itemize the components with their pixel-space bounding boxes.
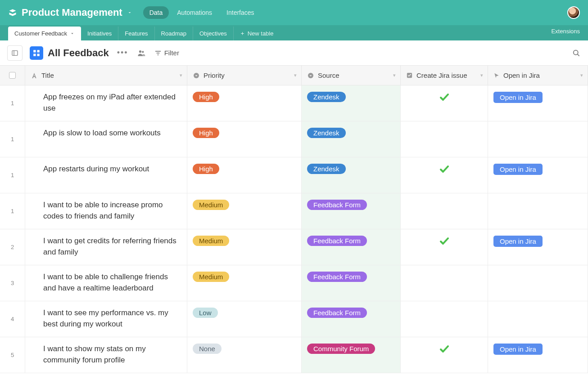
cell-open-in-jira[interactable] xyxy=(488,301,588,337)
cell-title[interactable]: I want to show my stats on my community … xyxy=(25,337,187,373)
avatar[interactable] xyxy=(567,6,580,19)
base-name[interactable]: Product Management xyxy=(22,7,122,18)
table-row[interactable]: 1I want to be able to increase promo cod… xyxy=(0,193,588,229)
search-icon[interactable] xyxy=(572,49,581,58)
cell-priority[interactable]: High xyxy=(187,121,302,157)
priority-pill: Medium xyxy=(193,272,229,282)
cell-open-in-jira[interactable] xyxy=(488,265,588,301)
header-tab-automations[interactable]: Automations xyxy=(171,6,218,19)
table-row[interactable]: 3I want to be able to challenge friends … xyxy=(0,265,588,301)
cell-create-jira[interactable] xyxy=(401,337,488,373)
source-pill: Feedback Form xyxy=(307,308,367,318)
chevron-down-icon[interactable] xyxy=(70,31,75,36)
cell-open-in-jira[interactable] xyxy=(488,193,588,229)
table-tab-customer-feedback[interactable]: Customer Feedback xyxy=(8,27,81,40)
cell-priority[interactable]: Medium xyxy=(187,265,302,301)
cell-source[interactable]: Feedback Form xyxy=(302,301,401,337)
cell-title[interactable]: I want to get credits for referring frie… xyxy=(25,229,187,265)
cell-title[interactable]: I want to be able to increase promo code… xyxy=(25,193,187,229)
cell-open-in-jira[interactable]: Open in Jira xyxy=(488,157,588,193)
table-row[interactable]: 2I want to get credits for referring fri… xyxy=(0,229,588,265)
table-tab-objectives[interactable]: Objectives xyxy=(193,27,234,40)
header-tab-data[interactable]: Data xyxy=(143,6,169,19)
cell-open-in-jira[interactable]: Open in Jira xyxy=(488,229,588,265)
plus-icon xyxy=(240,31,245,36)
view-name[interactable]: All Feedback xyxy=(48,47,109,59)
table-tab-label: Roadmap xyxy=(161,30,186,37)
table-row[interactable]: 5I want to show my stats on my community… xyxy=(0,337,588,373)
header-tab-interfaces[interactable]: Interfaces xyxy=(220,6,260,19)
chevron-down-icon[interactable]: ▾ xyxy=(393,72,396,78)
extensions-link[interactable]: Extensions xyxy=(551,28,588,38)
collaborators-icon[interactable] xyxy=(136,49,146,58)
table-tab-label: Features xyxy=(125,30,148,37)
cell-create-jira[interactable] xyxy=(401,157,488,193)
cell-create-jira[interactable] xyxy=(401,229,488,265)
filter-button[interactable]: Filter xyxy=(154,49,179,57)
new-table-button[interactable]: New table xyxy=(234,27,280,40)
column-header-title[interactable]: Title ▾ xyxy=(25,66,187,85)
cell-priority[interactable]: Low xyxy=(187,301,302,337)
chevron-down-icon[interactable]: ▾ xyxy=(294,72,297,78)
cell-priority[interactable]: None xyxy=(187,337,302,373)
cell-open-in-jira[interactable]: Open in Jira xyxy=(488,337,588,373)
cell-open-in-jira[interactable]: Open in Jira xyxy=(488,85,588,121)
cell-title[interactable]: I want to be able to challenge friends a… xyxy=(25,265,187,301)
chevron-down-icon[interactable] xyxy=(127,10,132,15)
cell-create-jira[interactable] xyxy=(401,193,488,229)
column-header-source[interactable]: Source ▾ xyxy=(302,66,401,85)
table-tab-features[interactable]: Features xyxy=(118,27,154,40)
cell-open-in-jira[interactable] xyxy=(488,121,588,157)
open-in-jira-button[interactable]: Open in Jira xyxy=(493,92,543,103)
open-in-jira-button[interactable]: Open in Jira xyxy=(493,164,543,175)
table-row[interactable]: 1App freezes on my iPad after extended u… xyxy=(0,85,588,121)
cell-source[interactable]: Zendesk xyxy=(302,121,401,157)
table-row[interactable]: 1App restarts during my workoutHighZende… xyxy=(0,157,588,193)
cell-source[interactable]: Feedback Form xyxy=(302,229,401,265)
table-tab-label: Initiatives xyxy=(87,30,112,37)
cell-source[interactable]: Feedback Form xyxy=(302,265,401,301)
priority-pill: None xyxy=(193,344,222,354)
cell-priority[interactable]: Medium xyxy=(187,193,302,229)
sidebar-toggle-button[interactable] xyxy=(7,45,23,61)
table-tab-label: Customer Feedback xyxy=(14,30,67,37)
table-row[interactable]: 4I want to see my performance vs. my bes… xyxy=(0,301,588,337)
source-pill: Community Forum xyxy=(307,344,375,354)
cell-create-jira[interactable] xyxy=(401,121,488,157)
column-header-open-in-jira[interactable]: Open in Jira ▾ xyxy=(488,66,588,85)
column-header-priority[interactable]: Priority ▾ xyxy=(187,66,302,85)
priority-pill: Medium xyxy=(193,200,229,210)
row-number: 3 xyxy=(0,265,25,301)
cell-create-jira[interactable] xyxy=(401,301,488,337)
open-in-jira-button[interactable]: Open in Jira xyxy=(493,236,543,247)
cell-create-jira[interactable] xyxy=(401,265,488,301)
more-icon[interactable]: ••• xyxy=(117,48,128,58)
cell-source[interactable]: Zendesk xyxy=(302,85,401,121)
chevron-down-icon[interactable]: ▾ xyxy=(180,72,182,78)
row-number: 5 xyxy=(0,337,25,373)
chevron-down-icon[interactable]: ▾ xyxy=(580,72,583,78)
table-tab-initiatives[interactable]: Initiatives xyxy=(81,27,118,40)
check-icon xyxy=(439,344,450,354)
cell-title[interactable]: App restarts during my workout xyxy=(25,157,187,193)
cell-source[interactable]: Zendesk xyxy=(302,157,401,193)
cell-priority[interactable]: High xyxy=(187,85,302,121)
priority-pill: High xyxy=(193,164,219,174)
cell-title[interactable]: App is slow to load some workouts xyxy=(25,121,187,157)
cell-source[interactable]: Feedback Form xyxy=(302,193,401,229)
cell-create-jira[interactable] xyxy=(401,85,488,121)
chevron-down-icon[interactable]: ▾ xyxy=(480,72,483,78)
svg-point-6 xyxy=(139,50,141,53)
cell-title[interactable]: I want to see my performance vs. my best… xyxy=(25,301,187,337)
cell-priority[interactable]: Medium xyxy=(187,229,302,265)
grid-view-icon xyxy=(30,46,43,60)
table-row[interactable]: 1App is slow to load some workoutsHighZe… xyxy=(0,121,588,157)
column-header-create-jira[interactable]: Create Jira issue ▾ xyxy=(401,66,488,85)
cell-source[interactable]: Community Forum xyxy=(302,337,401,373)
row-number: 2 xyxy=(0,229,25,265)
table-tab-roadmap[interactable]: Roadmap xyxy=(155,27,193,40)
select-all-cell[interactable] xyxy=(0,66,25,85)
open-in-jira-button[interactable]: Open in Jira xyxy=(493,344,543,355)
cell-title[interactable]: App freezes on my iPad after extended us… xyxy=(25,85,187,121)
cell-priority[interactable]: High xyxy=(187,157,302,193)
